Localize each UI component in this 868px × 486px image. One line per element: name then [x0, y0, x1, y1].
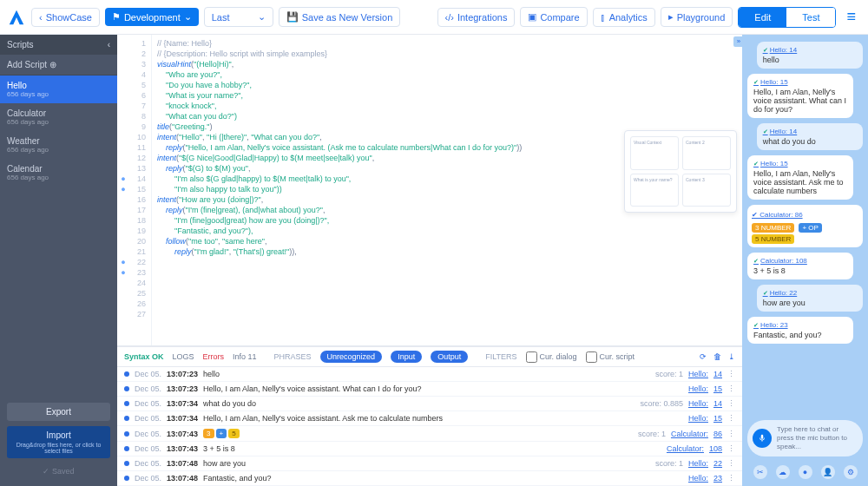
mode-toggle: Edit Test [738, 7, 836, 28]
playground-button[interactable]: ▸Playground [661, 7, 733, 27]
back-label: ShowCase [46, 12, 92, 23]
preview-card: Content 2 [682, 136, 731, 170]
save-version-button[interactable]: 💾 Save as New Version [279, 7, 401, 27]
sidebar-item-calculator[interactable]: Calculator656 days ago [0, 103, 117, 131]
add-script-button[interactable]: Add Script ⊕ [0, 55, 117, 76]
compare-button[interactable]: ▣Compare [520, 7, 587, 27]
environment-dropdown[interactable]: ⚑ Development ⌄ [105, 8, 199, 26]
collapse-icon[interactable]: ‹ [108, 40, 110, 49]
export-button[interactable]: Export [7, 403, 110, 421]
tab-info[interactable]: Info 11 [233, 352, 257, 361]
refresh-icon[interactable]: ⟳ [700, 352, 707, 361]
chevron-down-icon: ⌄ [258, 11, 266, 23]
flag-icon: ⚑ [112, 11, 121, 23]
chevron-down-icon: ⌄ [184, 11, 192, 23]
plus-icon: ⊕ [49, 60, 56, 69]
saved-indicator: ✓ Saved [7, 463, 110, 479]
preview-card: Visual Context [630, 136, 679, 170]
log-row[interactable]: Dec 05.13:07:23Hello, I am Alan, Nelly's… [117, 382, 742, 397]
pill-output[interactable]: Output [431, 351, 468, 363]
chat-user-bubble[interactable]: Hello: 14hello [757, 42, 863, 69]
log-row[interactable]: Dec 05.13:07:48Fantastic, and you?Hello:… [117, 471, 742, 486]
version-dropdown[interactable]: Last ⌄ [204, 7, 273, 27]
log-row[interactable]: Dec 05.13:07:433 + 5 is 8Calculator:108⋮ [117, 442, 742, 456]
analytics-button[interactable]: ⫿Analytics [593, 8, 655, 27]
filter-cur-script[interactable]: Cur. script [586, 351, 635, 363]
menu-button[interactable]: ≡ [841, 8, 861, 26]
chat-bot-bubble[interactable]: Hello: 15Hello, I am Alan, Nelly's voice… [747, 74, 853, 118]
mic-button[interactable] [753, 429, 772, 448]
chat-tools: ✂ ☁ ● 👤 ⚙ [742, 462, 868, 486]
tool-user-icon[interactable]: 👤 [821, 465, 835, 479]
center-panel: ●●●● 12345678910111213141516171819202122… [117, 35, 742, 486]
status-bar: Syntax OK LOGS Errors Info 11 PHRASES Un… [117, 346, 742, 367]
filter-cur-dialog[interactable]: Cur. dialog [526, 351, 577, 363]
filters-label: FILTERS [485, 352, 516, 361]
sidebar-title: Scripts [7, 40, 34, 49]
save-icon: 💾 [286, 11, 299, 23]
integrations-button[interactable]: ‹/›Integrations [437, 8, 516, 27]
pill-unrecognized[interactable]: Unrecognized [320, 351, 383, 363]
preview-card: What is your name? [630, 174, 679, 207]
phrases-label: PHRASES [274, 352, 312, 361]
chevron-left-icon: ‹ [39, 12, 43, 23]
chat-user-bubble[interactable]: Hello: 14what do you do [757, 123, 863, 150]
log-row[interactable]: Dec 05.13:07:34what do you doscore: 0.88… [117, 397, 742, 411]
import-button[interactable]: Import Drag&drop files here, or click to… [7, 426, 110, 458]
log-row[interactable]: Dec 05.13:07:433+5score: 1Calculator:86⋮ [117, 426, 742, 442]
syntax-status: Syntax OK [124, 352, 164, 361]
sidebar: Scripts ‹ Add Script ⊕ Hello656 days ago… [0, 35, 117, 486]
mode-test[interactable]: Test [786, 8, 835, 27]
code-icon: ‹/› [445, 12, 454, 23]
logo-icon [7, 8, 26, 27]
mic-icon [758, 434, 766, 443]
logs-panel: Dec 05.13:07:23helloscore: 1Hello:14⋮Dec… [117, 367, 742, 486]
chat-bot-bubble[interactable]: Hello: 15Hello, I am Alan, Nelly's voice… [747, 155, 853, 200]
collapse-chat-icon[interactable]: » [733, 36, 744, 47]
download-icon[interactable]: ⤓ [728, 352, 735, 361]
chat-log: Hello: 14helloHello: 15Hello, I am Alan,… [742, 35, 868, 415]
mode-edit[interactable]: Edit [739, 8, 786, 27]
line-gutter: 1234567891011121314151617181920212223242… [129, 35, 152, 345]
tool-cloud-icon[interactable]: ☁ [776, 465, 790, 479]
compare-icon: ▣ [528, 11, 536, 23]
tool-gear-icon[interactable]: ⚙ [844, 465, 858, 479]
fold-gutter[interactable]: ●●●● [117, 35, 129, 345]
pill-input[interactable]: Input [391, 351, 422, 363]
code-editor[interactable]: ●●●● 12345678910111213141516171819202122… [117, 35, 742, 346]
chat-input[interactable]: Type here to chat or press the mic butto… [747, 420, 863, 456]
trash-icon[interactable]: 🗑 [713, 352, 721, 361]
preview-card: Content 3 [682, 174, 731, 207]
sidebar-item-hello[interactable]: Hello656 days ago [0, 76, 117, 103]
chat-bot-bubble[interactable]: Hello: 23Fantastic, and you? [747, 317, 853, 344]
chat-bot-bubble[interactable]: Calculator: 1083 + 5 is 8 [747, 253, 853, 279]
tab-errors[interactable]: Errors [203, 352, 225, 361]
topbar: ‹ ShowCase ⚑ Development ⌄ Last ⌄ 💾 Save… [0, 0, 868, 35]
play-icon: ▸ [668, 11, 674, 23]
visual-hint-preview[interactable]: Visual Context Content 2 What is your na… [624, 130, 737, 213]
chat-placeholder: Type here to chat or press the mic butto… [777, 425, 847, 450]
log-row[interactable]: Dec 05.13:07:48how are youscore: 1Hello:… [117, 456, 742, 471]
chart-icon: ⫿ [601, 12, 606, 23]
log-row[interactable]: Dec 05.13:07:34Hello, I am Alan, Nelly's… [117, 411, 742, 426]
chat-panel: » Hello: 14helloHello: 15Hello, I am Ala… [742, 35, 868, 486]
chat-user-bubble[interactable]: Hello: 22how are you [757, 285, 863, 312]
sidebar-item-weather[interactable]: Weather656 days ago [0, 131, 117, 159]
tool-cut-icon[interactable]: ✂ [753, 465, 767, 479]
log-row[interactable]: Dec 05.13:07:23helloscore: 1Hello:14⋮ [117, 367, 742, 382]
tab-logs[interactable]: LOGS [173, 352, 194, 361]
back-button[interactable]: ‹ ShowCase [31, 8, 100, 27]
tool-mic-icon[interactable]: ● [799, 465, 812, 479]
chat-bot-bubble[interactable]: ✔ Calculator: 863 NUMBER + OP 5 NUMBER [747, 205, 863, 247]
sidebar-item-calendar[interactable]: Calendar656 days ago [0, 159, 117, 187]
